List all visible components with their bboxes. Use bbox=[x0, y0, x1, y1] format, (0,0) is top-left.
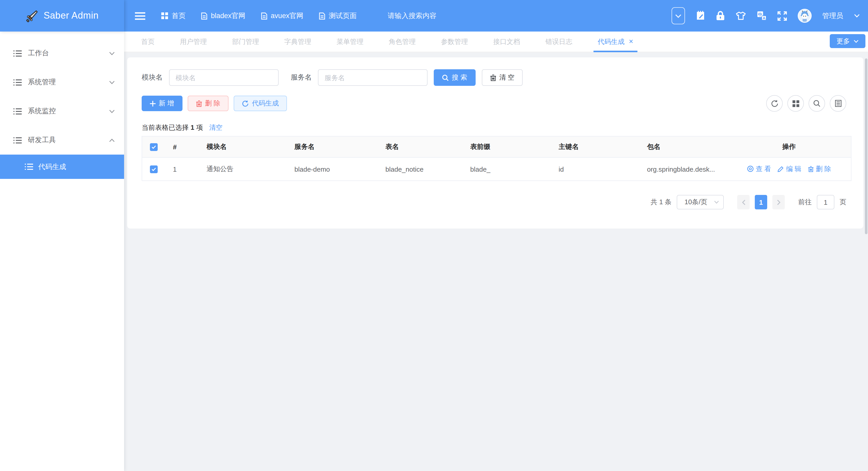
chevron-down-icon bbox=[109, 109, 115, 113]
col-header-module: 模块名 bbox=[199, 136, 287, 157]
chevron-down-icon bbox=[109, 52, 115, 55]
codegen-button-label: 代码生成 bbox=[252, 99, 279, 108]
translate-icon[interactable]: 中 A bbox=[756, 11, 767, 21]
codegen-button[interactable]: 代码生成 bbox=[234, 96, 287, 111]
tab-label: 部门管理 bbox=[232, 37, 259, 46]
row-checkbox[interactable] bbox=[150, 165, 158, 173]
row-edit-link[interactable]: 编 辑 bbox=[778, 164, 801, 174]
grid-view-icon[interactable] bbox=[787, 95, 804, 112]
col-header-index: # bbox=[166, 136, 199, 157]
next-page-button[interactable] bbox=[772, 195, 785, 210]
tab-api-docs[interactable]: 接口文档 bbox=[493, 31, 520, 52]
topnav-item-home[interactable]: 首页 bbox=[161, 11, 186, 21]
tab-label: 错误日志 bbox=[546, 37, 572, 46]
topnav-item-test-page[interactable]: 测试页面 bbox=[319, 11, 357, 21]
sidebar-item-system-monitor[interactable]: 系统监控 bbox=[0, 97, 124, 126]
row-delete-link[interactable]: 删 除 bbox=[808, 164, 831, 174]
search-toggle-icon[interactable] bbox=[809, 95, 825, 112]
tab-role-mgmt[interactable]: 角色管理 bbox=[389, 31, 416, 52]
module-name-label: 模块名 bbox=[142, 73, 163, 82]
table-row[interactable]: 1 通知公告 blade-demo blade_notice blade_ id… bbox=[142, 157, 851, 181]
global-search-input[interactable] bbox=[388, 12, 465, 20]
topnav-label: avuex官网 bbox=[271, 11, 304, 21]
column-settings-icon[interactable] bbox=[830, 95, 846, 112]
module-name-input[interactable] bbox=[169, 69, 278, 86]
selection-summary: 当前表格已选择 1 项 清空 bbox=[142, 123, 846, 132]
list-icon bbox=[13, 108, 22, 115]
list-icon bbox=[13, 137, 22, 144]
add-button-label: 新 增 bbox=[159, 99, 174, 108]
topnav-item-bladex[interactable]: bladex官网 bbox=[201, 11, 246, 21]
tab-param-mgmt[interactable]: 参数管理 bbox=[441, 31, 468, 52]
refresh-icon[interactable] bbox=[766, 95, 783, 112]
grid-toolbar-icons bbox=[766, 95, 846, 112]
trash-icon bbox=[490, 74, 496, 81]
add-button[interactable]: 新 增 bbox=[142, 96, 182, 111]
top-collapse-button[interactable] bbox=[671, 7, 685, 24]
selection-suffix: 项 bbox=[196, 124, 203, 131]
tab-label: 字典管理 bbox=[284, 37, 311, 46]
topnav-item-avuex[interactable]: avuex官网 bbox=[261, 11, 304, 21]
goto-page-input[interactable] bbox=[817, 195, 834, 210]
sidebar-item-workbench[interactable]: 工作台 bbox=[0, 39, 124, 68]
col-header-prefix: 表前缀 bbox=[463, 136, 551, 157]
main-content: 模块名 服务名 搜 索 bbox=[124, 52, 868, 471]
pagination: 共 1 条 10条/页 1 前往 页 bbox=[142, 195, 846, 210]
list-icon bbox=[13, 50, 22, 57]
menu-collapse-icon[interactable] bbox=[131, 7, 149, 25]
tab-dept-mgmt[interactable]: 部门管理 bbox=[232, 31, 259, 52]
list-icon bbox=[25, 163, 33, 170]
user-avatar[interactable] bbox=[798, 9, 811, 23]
table-toolbar: 新 增 删 除 bbox=[142, 96, 846, 111]
sidebar-item-label: 研发工具 bbox=[28, 135, 109, 145]
col-header-service: 服务名 bbox=[287, 136, 378, 157]
changelog-icon[interactable] bbox=[695, 11, 705, 21]
sidebar-item-label: 工作台 bbox=[28, 49, 109, 58]
svg-text:A: A bbox=[762, 16, 765, 20]
clear-button-label: 清 空 bbox=[499, 73, 515, 82]
selection-count: 1 bbox=[190, 124, 194, 131]
user-menu-chevron-icon[interactable] bbox=[854, 14, 860, 18]
tab-codegen-active[interactable]: 代码生成 ✕ bbox=[598, 31, 633, 52]
sword-logo-icon bbox=[26, 9, 39, 23]
theme-shirt-icon[interactable] bbox=[735, 11, 746, 20]
topnav-label: bladex官网 bbox=[211, 11, 246, 21]
tab-home[interactable]: 首页 bbox=[141, 31, 155, 52]
tab-error-log[interactable]: 错误日志 bbox=[546, 31, 572, 52]
topnav-label: 首页 bbox=[172, 11, 186, 21]
tab-label: 接口文档 bbox=[493, 37, 520, 46]
tab-menu-mgmt[interactable]: 菜单管理 bbox=[337, 31, 364, 52]
more-label: 更多 bbox=[836, 36, 850, 46]
select-all-checkbox[interactable] bbox=[150, 143, 158, 151]
topnav-label: 测试页面 bbox=[329, 11, 357, 21]
search-button[interactable]: 搜 索 bbox=[434, 69, 475, 86]
row-view-link[interactable]: 查 看 bbox=[747, 164, 771, 174]
page-size-select[interactable]: 10条/页 bbox=[677, 195, 724, 210]
vertical-scrollbar[interactable] bbox=[865, 58, 867, 234]
fullscreen-icon[interactable] bbox=[777, 11, 786, 21]
trash-icon bbox=[196, 100, 202, 107]
clear-selection-link[interactable]: 清空 bbox=[209, 123, 222, 132]
topnav: 首页 bladex官网 avuex官网 bbox=[161, 11, 357, 21]
sidebar-item-system-mgmt[interactable]: 系统管理 bbox=[0, 68, 124, 97]
cell-actions: 查 看 编 辑 bbox=[727, 157, 851, 181]
lock-icon[interactable] bbox=[716, 11, 724, 21]
more-tabs-button[interactable]: 更多 bbox=[830, 34, 865, 48]
select-all-cell bbox=[142, 136, 166, 157]
delete-button[interactable]: 删 除 bbox=[187, 96, 228, 111]
prev-page-button[interactable] bbox=[737, 195, 750, 210]
clear-button[interactable]: 清 空 bbox=[482, 69, 523, 86]
service-name-input[interactable] bbox=[318, 69, 428, 86]
user-name[interactable]: 管理员 bbox=[822, 11, 843, 21]
tab-label: 用户管理 bbox=[180, 37, 207, 46]
tab-user-mgmt[interactable]: 用户管理 bbox=[180, 31, 207, 52]
document-icon bbox=[201, 12, 207, 20]
selection-prefix: 当前表格已选择 bbox=[142, 124, 189, 131]
sidebar-item-codegen[interactable]: 代码生成 bbox=[0, 155, 124, 179]
sidebar-item-dev-tools[interactable]: 研发工具 bbox=[0, 126, 124, 155]
tab-close-icon[interactable]: ✕ bbox=[629, 38, 633, 45]
goto-label: 前往 bbox=[798, 197, 812, 207]
tab-dict-mgmt[interactable]: 字典管理 bbox=[284, 31, 311, 52]
page-number-1[interactable]: 1 bbox=[755, 195, 767, 210]
pencil-icon bbox=[778, 166, 784, 172]
